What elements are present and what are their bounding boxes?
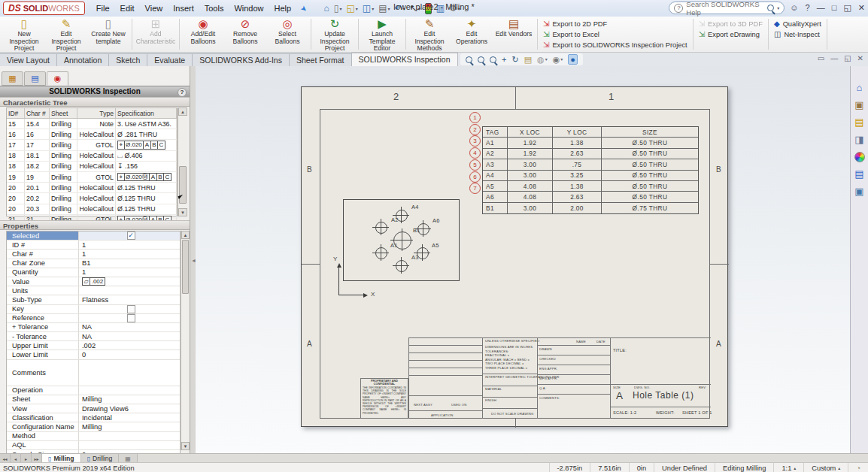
property-row[interactable]: Char #1	[7, 250, 180, 259]
menu-help[interactable]: Help	[269, 4, 297, 13]
balloon-1[interactable]: 1	[469, 112, 481, 123]
tree-row[interactable]: 1717DrillingGTOL⌖Ø.020ABC	[7, 140, 177, 150]
sheet-properties-icon[interactable]: ▤	[524, 55, 532, 64]
taskpane-home-icon[interactable]: ⌂	[857, 83, 863, 93]
property-value[interactable]	[79, 441, 180, 449]
property-row[interactable]: Lower Limit0	[7, 350, 180, 359]
pan-icon[interactable]: +	[502, 55, 506, 64]
doc-restore-icon[interactable]: ◱	[844, 54, 851, 62]
view-settings-icon[interactable]: ●	[568, 54, 578, 65]
export-edrawing-button[interactable]: ⇲Export eDrawing	[699, 29, 760, 40]
property-row[interactable]: Key	[7, 305, 180, 314]
property-row[interactable]: ClassificationIncidental	[7, 413, 180, 422]
tree-row[interactable]: 1818.1DrillingHoleCallout⌴ Ø.406	[7, 151, 177, 162]
taskpane-custom-properties-icon[interactable]: ▤	[854, 169, 863, 180]
property-value[interactable]: 1	[79, 268, 180, 277]
zoom-in-out-icon[interactable]	[490, 56, 496, 63]
dropdown-icon[interactable]: ▾	[545, 55, 548, 64]
menu-file[interactable]: File	[91, 4, 115, 13]
export-2d-pdf-button[interactable]: ⇲Export to 2D PDF	[543, 19, 607, 29]
doc-minimize-icon[interactable]: —	[830, 54, 838, 62]
doc-close-icon[interactable]: ✕	[857, 54, 863, 62]
menu-view[interactable]: View	[140, 4, 168, 13]
property-row[interactable]: ID #1	[7, 241, 180, 250]
close-icon[interactable]: ✕	[858, 4, 865, 12]
maximize-icon[interactable]: □	[832, 4, 837, 12]
tree-column-header[interactable]: Char #	[25, 108, 50, 118]
property-row[interactable]: Quantity1	[7, 268, 180, 277]
qualityxpert-button[interactable]: ◆QualityXpert	[774, 19, 821, 29]
menu-window[interactable]: Window	[229, 4, 269, 13]
tree-column-header[interactable]: Sheet	[50, 108, 77, 118]
property-value[interactable]	[79, 305, 180, 313]
print-icon[interactable]: ▤▾	[377, 3, 391, 14]
property-row[interactable]: Reference	[7, 314, 180, 323]
drawing-sheet[interactable]: 21BABA TAGX LOCY LOCSIZEA11.921.38Ø.50 T…	[301, 86, 728, 427]
checkbox-checked-icon[interactable]: ✓	[127, 231, 135, 240]
property-row[interactable]: AQL	[7, 441, 180, 450]
tree-row[interactable]: 1919DrillingGTOL⌖Ø.020ⓂABC	[7, 172, 177, 183]
edit-vendors-button[interactable]: ▤Edit Vendors	[493, 17, 535, 38]
user-icon[interactable]: ☺	[790, 4, 798, 12]
export-sw-inspection-button[interactable]: ⇲Export to SOLIDWORKS Inspection Project	[543, 40, 687, 50]
zoom-fit-icon[interactable]	[466, 56, 472, 63]
properties-scroll-thumb[interactable]	[182, 240, 189, 294]
tab-sheet-format[interactable]: Sheet Format	[289, 53, 352, 66]
help-icon[interactable]: ?	[806, 4, 810, 12]
property-row[interactable]: Upper Limit.002	[7, 341, 180, 350]
tree-column-header[interactable]: Type	[77, 108, 116, 118]
tree-scrollbar[interactable]: ▲ ▼	[178, 107, 187, 216]
scroll-up-icon[interactable]: ▲	[181, 231, 190, 239]
display-style-icon[interactable]: ◍▾	[537, 55, 548, 64]
remove-balloons-button[interactable]: ⊘Remove Balloons	[224, 17, 266, 45]
minimize-icon[interactable]: —	[817, 4, 825, 12]
panel-tab-options[interactable]: ▦	[2, 71, 23, 86]
property-value[interactable]: 0	[79, 350, 180, 359]
dropdown-icon[interactable]: ▾	[356, 6, 358, 11]
tree-row[interactable]: 1818.2DrillingHoleCallout↧ .156	[7, 162, 177, 172]
dropdown-icon[interactable]: ▾	[372, 6, 374, 11]
taskpane-forum-icon[interactable]: ▣	[854, 186, 863, 197]
property-row[interactable]: Sub-TypeFlatness	[7, 295, 180, 304]
zoom-area-icon[interactable]	[478, 56, 484, 63]
property-value[interactable]: NA	[79, 323, 180, 331]
tree-row[interactable]: 2020.2DrillingHoleCalloutØ.125 THRU	[7, 193, 177, 204]
edit-inspection-project-button[interactable]: ✎Edit Inspection Project	[45, 17, 87, 53]
property-value[interactable]: Drawing View6	[79, 404, 180, 413]
tree-row[interactable]: 1616DrillingHoleCalloutØ .281 THRU	[7, 129, 177, 140]
export-excel-button[interactable]: ⇲Export to Excel	[543, 29, 599, 40]
property-value[interactable]: ▱.002	[79, 277, 180, 286]
scroll-up-icon[interactable]: ▲	[178, 107, 187, 116]
property-row[interactable]: Value▱.002	[7, 277, 180, 286]
open-icon[interactable]: ◱▾	[344, 3, 359, 14]
new-doc-icon[interactable]: ▯▾	[332, 3, 344, 14]
taskpane-view-palette-icon[interactable]: ◨	[854, 135, 863, 145]
update-inspection-project-button[interactable]: ↻Update Inspection Project	[314, 17, 356, 53]
tab-solidworks-inspection[interactable]: SOLIDWORKS Inspection	[351, 53, 458, 66]
save-icon[interactable]: ◫▾	[361, 3, 375, 14]
doc-icon[interactable]: ▭	[818, 54, 824, 62]
graphics-area[interactable]: 21BABA TAGX LOCY LOCSIZEA11.921.38Ø.50 T…	[196, 66, 850, 453]
tab-sketch[interactable]: Sketch	[108, 53, 147, 66]
tab-annotation[interactable]: Annotation	[56, 53, 109, 66]
tree-row[interactable]: 2020.1DrillingHoleCalloutØ.125 THRU	[7, 183, 177, 193]
property-value[interactable]: Milling	[79, 422, 180, 431]
scroll-down-icon[interactable]: ▼	[181, 442, 190, 450]
status-item[interactable]: 1:1▴	[773, 463, 803, 472]
status-globe-icon[interactable]: ◔	[848, 463, 868, 472]
home-icon[interactable]: ⌂	[323, 3, 331, 14]
tab-solidworks-add-ins[interactable]: SOLIDWORKS Add-Ins	[192, 53, 290, 66]
dropdown-icon[interactable]: ▾	[339, 6, 341, 11]
dropdown-up-icon[interactable]: ▴	[838, 465, 840, 470]
property-row[interactable]: Configuration NameMilling	[7, 422, 180, 431]
properties-scrollbar[interactable]: ▲ ▼	[181, 231, 190, 450]
status-item[interactable]: Custom▴	[803, 463, 848, 472]
property-row[interactable]: + ToleranceNA	[7, 323, 180, 332]
property-row[interactable]: ViewDrawing View6	[7, 404, 180, 413]
edit-operations-button[interactable]: ✦Edit Operations	[451, 17, 493, 45]
edit-inspection-methods-button[interactable]: ✎Edit Inspection Methods	[408, 17, 451, 53]
checkbox-icon[interactable]	[127, 305, 135, 313]
property-value[interactable]: Milling	[79, 395, 180, 404]
tree-row[interactable]: 1515.4DrillingNote3. Use ASTM A36.	[7, 119, 177, 129]
property-value[interactable]: .002	[79, 341, 180, 349]
